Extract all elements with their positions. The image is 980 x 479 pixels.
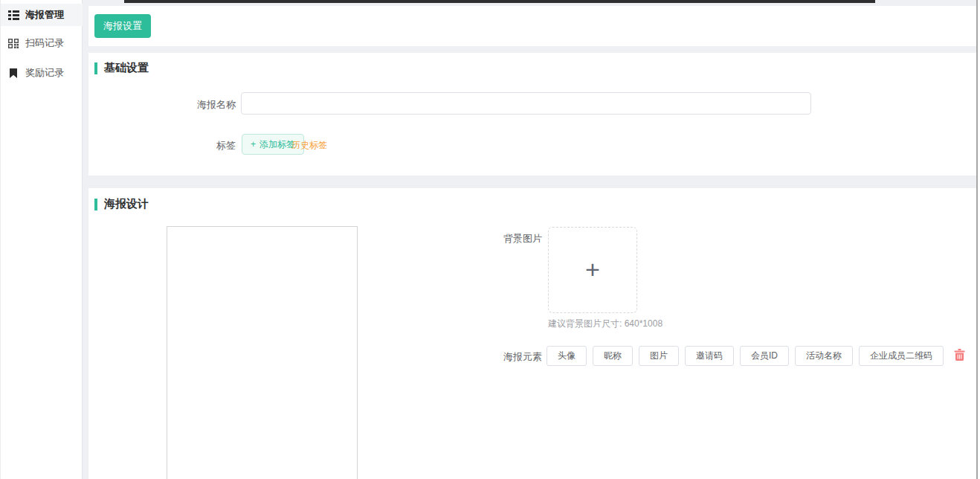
qr-code-icon (7, 37, 19, 49)
sidebar-item-poster-management[interactable]: 海报管理 (1, 4, 83, 26)
element-button-nickname[interactable]: 昵称 (593, 346, 633, 366)
delete-element-button[interactable] (954, 349, 965, 363)
section-accent-bar (94, 199, 97, 210)
sidebar-item-scan-records[interactable]: 扫码记录 (1, 32, 83, 54)
element-button-invite-code[interactable]: 邀请码 (685, 346, 734, 366)
plus-icon: + (585, 258, 600, 282)
basic-settings-header: 基础设置 (94, 61, 149, 75)
scrollbar-edge[interactable] (976, 0, 978, 479)
element-button-activity-name[interactable]: 活动名称 (795, 346, 853, 366)
plus-icon: + (251, 139, 256, 150)
sidebar-item-reward-records[interactable]: 奖励记录 (1, 62, 83, 84)
poster-design-panel: 海报设计 背景图片 + 建议背景图片尺寸: 640*1008 海报元素 头像 昵… (88, 188, 976, 479)
section-title: 海报设计 (104, 197, 149, 211)
toolbar-panel: 海报设置 (88, 6, 976, 46)
background-image-label: 背景图片 (460, 232, 542, 245)
element-button-avatar[interactable]: 头像 (547, 346, 587, 366)
background-upload-box[interactable]: + (548, 227, 637, 313)
bookmark-icon (7, 67, 19, 79)
sidebar-item-label: 奖励记录 (25, 66, 64, 80)
trash-icon (954, 349, 965, 363)
poster-name-label: 海报名称 (154, 98, 236, 112)
poster-elements-row: 头像 昵称 图片 邀请码 会员ID 活动名称 企业成员二维码 (547, 346, 965, 366)
element-button-member-id[interactable]: 会员ID (740, 346, 789, 366)
sidebar-item-label: 海报管理 (25, 8, 64, 22)
poster-elements-label: 海报元素 (460, 350, 542, 364)
sidebar: 海报管理 扫码记录 奖励记录 (0, 0, 83, 479)
poster-design-header: 海报设计 (94, 197, 149, 211)
section-accent-bar (94, 62, 97, 74)
element-button-image[interactable]: 图片 (639, 346, 679, 366)
basic-settings-panel: 基础设置 海报名称 标签 + 添加标签 历史标签 (88, 53, 976, 176)
poster-preview-canvas[interactable] (167, 226, 358, 479)
top-window-edge (124, 0, 875, 3)
poster-name-input[interactable] (241, 92, 811, 115)
add-tag-label: 添加标签 (259, 138, 295, 151)
poster-settings-button[interactable]: 海报设置 (94, 14, 151, 38)
sidebar-item-label: 扫码记录 (25, 36, 64, 50)
list-icon (7, 9, 19, 21)
tags-label: 标签 (154, 139, 236, 152)
section-title: 基础设置 (104, 61, 149, 75)
element-button-member-qrcode[interactable]: 企业成员二维码 (859, 346, 944, 366)
background-size-hint: 建议背景图片尺寸: 640*1008 (548, 318, 663, 330)
history-tags-link[interactable]: 历史标签 (291, 139, 327, 152)
